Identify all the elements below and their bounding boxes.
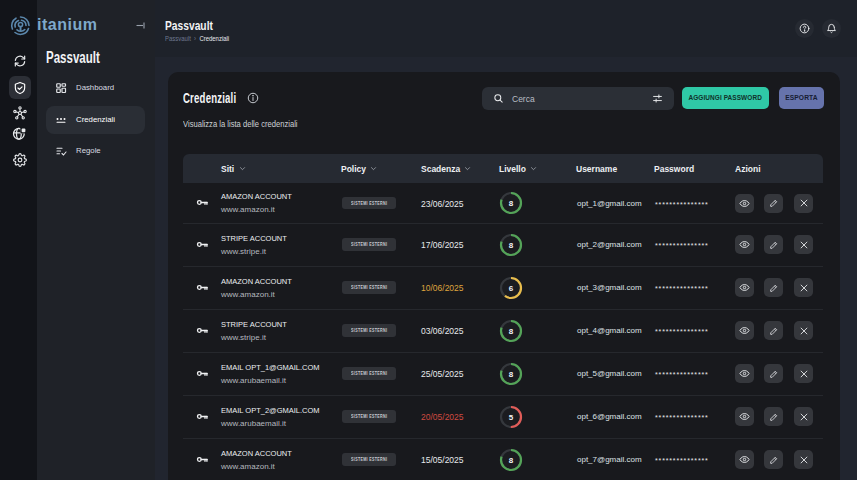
svg-text:8: 8 [509, 370, 514, 379]
svg-text:8: 8 [509, 241, 514, 250]
svg-text:8: 8 [509, 456, 514, 465]
svg-text:8: 8 [509, 199, 514, 208]
svg-text:5: 5 [509, 413, 514, 422]
svg-text:6: 6 [509, 284, 514, 293]
svg-text:8: 8 [509, 327, 514, 336]
